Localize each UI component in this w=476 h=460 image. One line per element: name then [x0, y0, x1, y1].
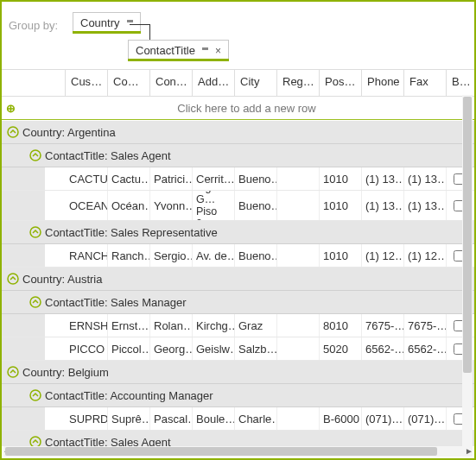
- group-row-contacttitle[interactable]: ContactTitle: Sales Representative: [2, 221, 474, 244]
- cell: Bueno…: [235, 244, 277, 267]
- cell: Ranch…: [108, 244, 150, 267]
- expander-column: [2, 70, 22, 96]
- cell: Suprê…: [108, 407, 150, 430]
- group-row-contacttitle[interactable]: ContactTitle: Accounting Manager: [2, 384, 474, 407]
- column-header[interactable]: Post…: [320, 70, 362, 96]
- collapse-icon[interactable]: [28, 294, 43, 310]
- data-row[interactable]: CACTUCactu…Patrici…Cerrit…Bueno…1010(1) …: [2, 167, 474, 191]
- cell: [277, 244, 320, 267]
- cell: (1) 13…: [362, 191, 404, 220]
- add-row-icon: ⊕: [2, 102, 19, 115]
- cell: RANCH: [66, 244, 108, 267]
- cell: 8010: [320, 314, 362, 337]
- column-header[interactable]: Cont…: [150, 70, 193, 96]
- column-header[interactable]: Addr…: [193, 70, 235, 96]
- row-indicator: [45, 167, 66, 190]
- column-header[interactable]: Bo…: [447, 70, 473, 96]
- column-header[interactable]: City: [235, 70, 277, 96]
- cell: SUPRD: [66, 407, 108, 430]
- group-label: Country: Argentina: [22, 126, 116, 139]
- remove-group-icon[interactable]: ×: [215, 45, 221, 57]
- cell: OCEAN: [66, 191, 108, 220]
- collapse-icon[interactable]: [28, 148, 43, 163]
- scrollbar-thumb[interactable]: [5, 447, 437, 456]
- group-row-contacttitle[interactable]: ContactTitle: Sales Agent: [2, 144, 474, 167]
- cell: Georg…: [150, 337, 193, 360]
- svg-point-5: [8, 367, 18, 377]
- collapse-icon[interactable]: [28, 434, 43, 446]
- cell: Rolan…: [150, 314, 193, 337]
- data-row[interactable]: ERNSHErnst…Rolan…Kirchg…Graz80107675-…76…: [2, 314, 474, 337]
- group-chip-label: Country: [80, 16, 120, 29]
- row-indicator: [45, 337, 66, 360]
- add-row-label: Click here to add a new row: [19, 102, 474, 115]
- cell: (1) 12…: [362, 244, 404, 267]
- cell: Océan…: [108, 191, 150, 220]
- group-label: Country: Belgium: [22, 366, 109, 379]
- collapse-icon[interactable]: [5, 271, 21, 287]
- cell: 7675-…: [362, 314, 404, 337]
- cell: Ing. G… Piso 2…: [193, 191, 235, 220]
- group-row-country[interactable]: Country: Argentina: [2, 121, 474, 144]
- vertical-scrollbar[interactable]: [462, 95, 473, 446]
- data-row[interactable]: SUPRDSuprê…Pascal…Boule…Charle…B-6000(07…: [2, 407, 474, 431]
- group-row-contacttitle[interactable]: ContactTitle: Sales Manager: [2, 291, 474, 314]
- cell: Charle…: [235, 407, 277, 430]
- row-indent: [2, 337, 45, 360]
- column-header[interactable]: Cust…: [66, 70, 108, 96]
- cell: (071)…: [362, 407, 404, 430]
- cell: Bueno…: [235, 191, 277, 220]
- data-row[interactable]: OCEANOcéan…Yvonn…Ing. G… Piso 2…Bueno…10…: [2, 191, 474, 221]
- collapse-icon[interactable]: [28, 224, 43, 240]
- cell: Boule…: [193, 407, 235, 430]
- cell: Piccol…: [108, 337, 150, 360]
- svg-point-2: [30, 227, 41, 237]
- column-header[interactable]: Fax: [404, 70, 447, 96]
- scroll-right-icon[interactable]: ►: [464, 446, 474, 457]
- collapse-icon[interactable]: [5, 364, 21, 380]
- group-label: ContactTitle: Sales Representative: [45, 226, 218, 239]
- group-chip-contacttitle[interactable]: ContactTitle ×: [128, 40, 229, 60]
- data-row[interactable]: PICCOPiccol…Georg…Geislw…Salzb…50206562-…: [2, 337, 474, 361]
- cell: (071)…: [404, 407, 447, 430]
- cell: 1010: [320, 244, 362, 267]
- data-row[interactable]: RANCHRanch…Sergio…Av. de…Bueno…1010(1) 1…: [2, 244, 474, 268]
- row-indicator: [45, 407, 66, 430]
- cell: (1) 13…: [362, 167, 404, 190]
- row-indent: [2, 191, 45, 220]
- scrollbar-thumb[interactable]: [463, 97, 472, 373]
- connector-line: [149, 24, 150, 41]
- cell: Graz: [235, 314, 277, 337]
- cell: 7675-…: [404, 314, 447, 337]
- row-indicator: [45, 244, 66, 267]
- group-label: ContactTitle: Sales Agent: [45, 436, 171, 447]
- cell: Geislw…: [193, 337, 235, 360]
- group-row-country[interactable]: Country: Belgium: [2, 361, 474, 384]
- collapse-icon[interactable]: [5, 124, 21, 140]
- cell: Patrici…: [150, 167, 193, 190]
- column-header[interactable]: Regi…: [277, 70, 320, 96]
- cell: Av. de…: [193, 244, 235, 267]
- collapse-icon[interactable]: [28, 388, 43, 403]
- group-row-contacttitle[interactable]: ContactTitle: Sales Agent: [2, 431, 474, 446]
- cell: ERNSH: [66, 314, 108, 337]
- sort-asc-icon: [202, 47, 208, 54]
- group-label: Country: Austria: [22, 273, 103, 286]
- column-header[interactable]: Phone: [362, 70, 404, 96]
- row-indent: [2, 407, 45, 430]
- cell: [277, 314, 320, 337]
- cell: (1) 13…: [404, 191, 447, 220]
- group-chip-country[interactable]: Country: [73, 12, 141, 32]
- cell: CACTU: [66, 167, 108, 190]
- cell: [277, 167, 320, 190]
- cell: 1010: [320, 191, 362, 220]
- cell: 6562-…: [362, 337, 404, 360]
- add-new-row[interactable]: ⊕ Click here to add a new row: [2, 97, 474, 120]
- cell: [277, 191, 320, 220]
- row-indent: [2, 244, 45, 267]
- column-header[interactable]: Com…: [108, 70, 150, 96]
- group-by-panel: Group by: Country ContactTitle ×: [2, 2, 474, 69]
- cell: [277, 407, 320, 430]
- horizontal-scrollbar[interactable]: ◄ ►: [3, 446, 473, 457]
- group-row-country[interactable]: Country: Austria: [2, 268, 474, 291]
